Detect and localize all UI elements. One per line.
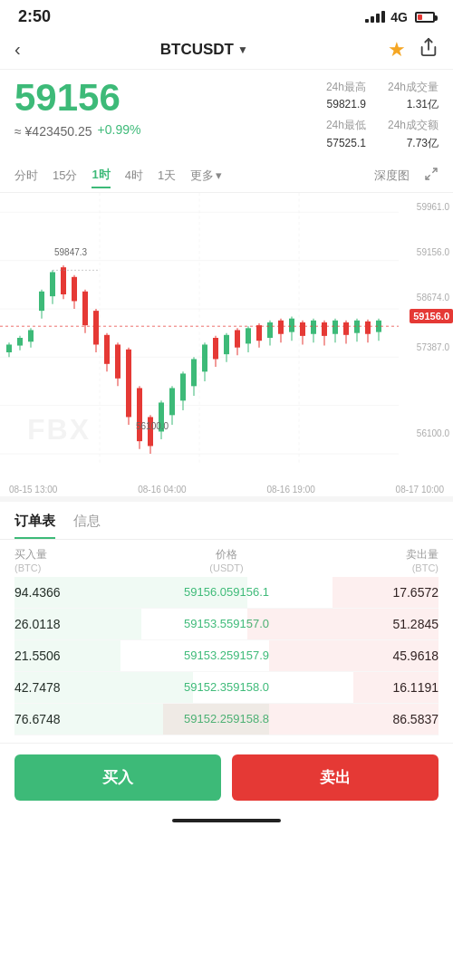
buy-amount: 21.5506 <box>14 649 136 663</box>
col-price-unit: (USDT) <box>156 562 297 573</box>
tab-1day[interactable]: 1天 <box>158 164 176 187</box>
yaxis-label-5: 56100.0 <box>417 428 449 438</box>
tab-1hour[interactable]: 1时 <box>92 163 110 188</box>
network-type: 4G <box>390 10 408 24</box>
stat-24h-high: 24h最高 59821.9 <box>315 79 366 113</box>
share-icon[interactable] <box>419 37 439 62</box>
yaxis-label-2: 59156.0 <box>417 247 449 257</box>
svg-rect-32 <box>104 335 110 364</box>
svg-rect-74 <box>333 321 338 334</box>
svg-rect-48 <box>191 359 197 386</box>
price-value: 59152.259158.8 <box>136 712 318 725</box>
xaxis-label-2: 08-16 04:00 <box>138 485 186 495</box>
stat-24h-amount: 24h成交额 7.73亿 <box>388 117 439 151</box>
header: ‹ BTCUSDT ▼ ★ <box>0 30 453 70</box>
status-icons: 4G <box>365 10 435 24</box>
stat-24h-volume: 24h成交量 1.31亿 <box>388 79 439 113</box>
svg-rect-58 <box>246 328 251 343</box>
tab-15min[interactable]: 15分 <box>53 164 77 187</box>
stat-low-value: 57525.1 <box>315 135 366 152</box>
back-button[interactable]: ‹ <box>14 39 21 60</box>
price-value: 59152.359158.0 <box>136 680 318 694</box>
low-annotation: 56100.0 <box>136 421 169 431</box>
tab-info[interactable]: 信息 <box>73 513 101 539</box>
chart-area[interactable]: 59961.0 59156.0 58674.0 57387.0 56100.0 … <box>0 193 453 483</box>
header-title: BTCUSDT ▼ <box>160 41 248 59</box>
tab-fenshi[interactable]: 分时 <box>14 164 38 187</box>
svg-rect-38 <box>137 388 142 441</box>
yaxis-label-4: 57387.0 <box>417 342 449 352</box>
price-main: 59156 <box>14 79 140 117</box>
more-dropdown-icon: ▾ <box>216 168 222 182</box>
col-buy-header: 买入量 (BTC) <box>14 547 156 573</box>
current-price-label: 59156.0 <box>410 309 453 323</box>
yaxis-label-3: 58674.0 <box>417 293 449 303</box>
price-value: 59153.259157.9 <box>136 649 318 662</box>
buy-amount: 42.7478 <box>14 680 136 695</box>
bottom-buttons: 买入 卖出 <box>0 743 453 812</box>
svg-rect-54 <box>224 335 229 354</box>
stat-amount-value: 7.73亿 <box>388 135 439 152</box>
expand-icon[interactable] <box>424 167 439 184</box>
svg-rect-52 <box>213 338 218 359</box>
price-value: 59153.559157.0 <box>136 617 318 630</box>
sell-amount: 51.2845 <box>317 617 439 631</box>
svg-rect-50 <box>202 344 207 371</box>
table-row: 26.0118 59153.559157.0 51.2845 <box>14 609 439 640</box>
col-sell-header: 卖出量 (BTC) <box>297 547 439 573</box>
sell-amount: 45.9618 <box>317 649 439 663</box>
tab-orderbook[interactable]: 订单表 <box>14 513 55 539</box>
svg-rect-23 <box>61 267 66 294</box>
xaxis-label-4: 08-17 10:00 <box>396 485 444 495</box>
svg-rect-36 <box>126 350 131 418</box>
price-value: 59156.059156.1 <box>136 585 318 599</box>
price-stats: 24h最高 59821.9 24h成交量 1.31亿 24h最低 57525.1… <box>315 79 439 152</box>
table-row: 94.4366 59156.059156.1 17.6572 <box>14 577 439 609</box>
header-actions: ★ <box>388 37 439 62</box>
svg-rect-62 <box>267 322 273 338</box>
svg-rect-68 <box>300 322 305 336</box>
status-time: 2:50 <box>18 7 51 26</box>
depth-chart-button[interactable]: 深度图 <box>374 168 410 184</box>
sell-button[interactable]: 卖出 <box>232 754 439 801</box>
svg-rect-28 <box>82 292 88 325</box>
orderbook-header: 买入量 (BTC) 价格 (USDT) 卖出量 (BTC) <box>0 540 453 577</box>
price-section: 59156 ≈ ¥423450.25 +0.99% 24h最高 59821.9 … <box>0 70 453 159</box>
svg-rect-30 <box>93 311 99 344</box>
buy-amount: 76.6748 <box>14 712 136 726</box>
sell-amount: 17.6572 <box>317 585 439 600</box>
orderbook-tabs: 订单表 信息 <box>0 502 453 540</box>
tab-more[interactable]: 更多 ▾ <box>190 168 222 184</box>
col-buy-unit: (BTC) <box>14 562 156 573</box>
signal-bars-icon <box>365 11 385 23</box>
buy-amount: 94.4366 <box>14 585 136 600</box>
stat-volume-label: 24h成交量 <box>388 79 439 96</box>
favorite-icon[interactable]: ★ <box>388 38 406 62</box>
price-cny: ≈ ¥423450.25 <box>14 124 92 139</box>
stat-low-label: 24h最低 <box>315 117 366 134</box>
pair-dropdown-icon[interactable]: ▼ <box>237 43 248 56</box>
col-sell-label: 卖出量 <box>297 547 439 562</box>
svg-rect-60 <box>256 325 262 341</box>
stat-24h-low: 24h最低 57525.1 <box>315 117 366 151</box>
svg-rect-17 <box>28 330 34 341</box>
price-left: 59156 ≈ ¥423450.25 +0.99% <box>14 79 140 139</box>
table-row: 76.6748 59152.259158.8 86.5837 <box>14 704 439 735</box>
status-bar: 2:50 4G <box>0 0 453 30</box>
pair-name: BTCUSDT <box>160 41 234 59</box>
svg-rect-56 <box>235 330 240 347</box>
svg-rect-76 <box>343 322 349 335</box>
chart-tabs: 分时 15分 1时 4时 1天 更多 ▾ 深度图 <box>0 159 453 193</box>
buy-button[interactable]: 买入 <box>14 754 221 801</box>
orderbook-section: 订单表 信息 买入量 (BTC) 价格 (USDT) 卖出量 (BTC) 94.… <box>0 496 453 735</box>
col-sell-unit: (BTC) <box>297 562 439 573</box>
svg-rect-15 <box>17 338 23 346</box>
svg-line-1 <box>432 168 437 173</box>
sell-amount: 16.1191 <box>317 680 439 695</box>
tab-4hour[interactable]: 4时 <box>125 164 143 187</box>
svg-rect-72 <box>322 322 327 336</box>
home-indicator <box>0 812 453 833</box>
col-price-label: 价格 <box>156 547 297 562</box>
stat-high-label: 24h最高 <box>315 79 366 96</box>
col-price-header: 价格 (USDT) <box>156 547 297 573</box>
